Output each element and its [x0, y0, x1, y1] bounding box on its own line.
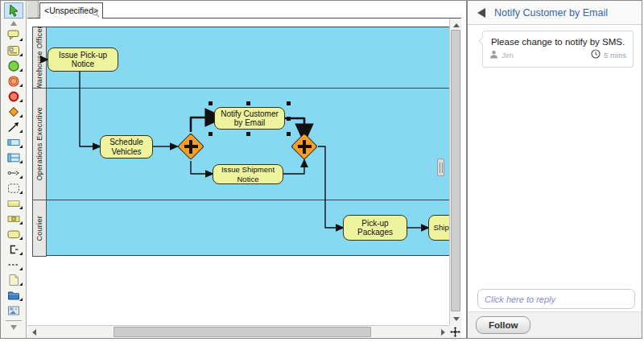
scroll-right-arrow-icon[interactable] [438, 326, 448, 338]
cursor-tool-icon[interactable] [4, 2, 23, 19]
task-notify-customer-by-email[interactable]: Notify Customer by Email [214, 107, 285, 130]
selection-handle[interactable] [246, 132, 250, 136]
canvas-corner-cell [27, 1, 39, 18]
selection-handle[interactable] [208, 117, 213, 121]
reply-input[interactable] [477, 289, 635, 309]
lane-divider [47, 200, 449, 200]
sequence-flow-tool-icon[interactable] [3, 120, 24, 134]
end-event-tool-icon[interactable] [3, 89, 24, 103]
vertical-scrollbar[interactable] [449, 19, 461, 325]
lane-header-warehouse-officer[interactable]: Warehouse Officer [32, 27, 47, 89]
application-window: <Unspecified> Warehouse Officer Operatio… [0, 0, 642, 339]
comment-message: Please change to notify by SMS. [483, 37, 633, 47]
pool-resize-handle[interactable] [437, 159, 444, 176]
diagram-area[interactable]: Warehouse Officer Operations Executive C… [27, 19, 461, 338]
comment-panel: Notify Customer by Email Please change t… [468, 1, 642, 338]
follow-button[interactable]: Follow [476, 316, 530, 334]
task-pickup-packages[interactable]: Pick-up Packages [343, 215, 407, 241]
folder-tool-icon[interactable] [3, 288, 24, 302]
diagram-tab-row: <Unspecified> [27, 1, 461, 19]
palette-scroll-down-icon[interactable] [3, 324, 24, 331]
intermediate-event-tool-icon[interactable] [3, 74, 24, 88]
call-activity-tool-icon[interactable] [3, 212, 24, 225]
pan-tool-icon[interactable] [449, 325, 461, 338]
clock-icon [591, 47, 601, 62]
comment-panel-footer: Follow [468, 311, 642, 338]
lane-header-courier[interactable]: Courier [32, 200, 47, 257]
lane-tool-icon[interactable] [3, 150, 24, 164]
horizontal-scrollbar[interactable] [27, 325, 449, 338]
palette-divider [6, 320, 22, 321]
horizontal-scrollbar-thumb[interactable] [114, 327, 371, 337]
comment-author: Jim [502, 51, 514, 60]
gateway-tool-icon[interactable] [3, 105, 24, 118]
selection-handle[interactable] [287, 101, 291, 105]
selection-handle[interactable] [287, 117, 291, 121]
note-tool-icon[interactable] [3, 273, 24, 286]
vertical-scrollbar-thumb[interactable] [451, 30, 460, 311]
diagram-canvas[interactable]: <Unspecified> Warehouse Officer Operatio… [27, 1, 461, 338]
comment-time: 5 mins [604, 51, 626, 60]
scroll-down-arrow-icon[interactable] [450, 314, 461, 323]
selection-handle[interactable] [246, 101, 250, 105]
diagram-overview-tool-icon[interactable] [3, 303, 24, 317]
dashed-line-tool-icon[interactable] [3, 258, 24, 271]
selection-handle[interactable] [208, 101, 213, 105]
task-schedule-vehicles[interactable]: Schedule Vehicles [100, 135, 153, 159]
comment-panel-header: Notify Customer by Email [468, 1, 642, 25]
plus-icon [298, 140, 312, 154]
selection-handle[interactable] [287, 132, 291, 136]
task-tool-icon[interactable] [3, 227, 24, 241]
user-icon [489, 47, 498, 62]
sub-process-tool-icon[interactable] [3, 196, 24, 210]
lane-header-operations-executive[interactable]: Operations Executive [32, 88, 47, 200]
choreography-task-tool-icon[interactable] [3, 43, 24, 57]
association-tool-icon[interactable] [3, 166, 24, 179]
horizontal-pool-tool-icon[interactable] [3, 135, 24, 149]
panel-title: Notify Customer by Email [494, 7, 608, 19]
comment-card: Please change to notify by SMS. Jim 5 mi… [482, 31, 634, 68]
scroll-left-arrow-icon[interactable] [29, 326, 39, 338]
callout-tool-icon[interactable] [3, 28, 24, 42]
bracket-tool-icon[interactable] [3, 242, 24, 256]
task-issue-shipment-notice[interactable]: Issue Shipment Notice [213, 164, 283, 184]
group-tool-icon[interactable] [3, 181, 24, 195]
palette-scroll-up-icon[interactable] [3, 20, 24, 27]
plus-icon [184, 140, 198, 154]
lane-divider [47, 88, 449, 89]
start-event-tool-icon[interactable] [3, 59, 24, 72]
task-issue-pickup-notice[interactable]: Issue Pick-up Notice [47, 47, 118, 72]
selection-handle[interactable] [208, 132, 213, 136]
scroll-up-arrow-icon[interactable] [450, 20, 461, 30]
shape-palette [1, 1, 27, 338]
back-icon[interactable] [477, 8, 485, 18]
